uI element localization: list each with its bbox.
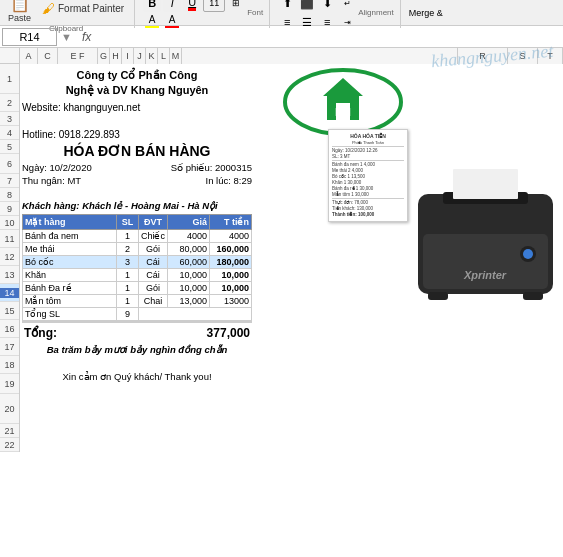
alignment-label: Alignment [358, 8, 394, 17]
receipt-subtitle: Phiếu Thanh Toán [332, 140, 404, 145]
svg-point-9 [523, 249, 533, 259]
td-sl-2: 2 [116, 242, 138, 255]
td-tt-2: 160,000 [210, 242, 252, 255]
italic-button[interactable]: I [163, 0, 181, 12]
col-g: G [98, 48, 110, 64]
website: Website: khangnguyen.net [22, 101, 252, 114]
align-bottom-btn[interactable]: ⬇ [318, 0, 336, 12]
row-19: 19 [0, 374, 19, 394]
row-4: 4 [0, 126, 19, 140]
row-9: 9 [0, 202, 19, 216]
td-dvt-6: Chai [138, 294, 167, 307]
paste-button[interactable]: 📋 Paste [4, 0, 35, 24]
kn-logo-svg: KN [283, 68, 403, 136]
td-mat-hang-2: Me thái [23, 242, 117, 255]
td-gia-4: 10,000 [168, 268, 210, 281]
td-dvt-2: Gói [138, 242, 167, 255]
app-container: 📋 Paste 🖌 Format Painter Clipboard B I [0, 0, 563, 452]
receipt-divider3 [332, 198, 404, 199]
svg-text:KN: KN [335, 106, 351, 118]
row-22: 22 [0, 438, 19, 452]
date-label: Ngày: 10/2/2020 [22, 162, 92, 173]
td-tt-5: 10,000 [210, 281, 252, 294]
table-header-row: Mặt hàng SL ĐVT Giá T tiền [23, 214, 252, 229]
table-row-selected: Bó cốc 3 Cái 60,000 180,000 [23, 255, 252, 268]
svg-rect-12 [523, 292, 543, 300]
row-1: 1 [0, 64, 19, 94]
merge-btn[interactable]: Merge & [405, 4, 447, 22]
col-t: T [538, 48, 563, 64]
col-c: C [38, 48, 58, 64]
receipt-line2: SL: 3 MT [332, 154, 404, 160]
font-size-btn: 11 [203, 0, 225, 12]
font-label: Font [247, 8, 263, 17]
alignment-section: ⬆ ⬛ ⬇ ↵ ≡ ☰ ≡ ⇥ Alignment [278, 0, 401, 31]
td-gia-5: 10,000 [168, 281, 210, 294]
align-middle-btn[interactable]: ⬛ [298, 0, 316, 12]
underline-button[interactable]: U [183, 0, 201, 12]
cell-reference[interactable]: R14 [2, 28, 57, 46]
th-t-tien: T tiền [210, 214, 252, 229]
col-m: M [170, 48, 182, 64]
logo-area: KN [278, 64, 408, 139]
th-sl: SL [116, 214, 138, 229]
col-a: A [20, 48, 38, 64]
row4-spacer [22, 114, 252, 128]
invoice-table: Mặt hàng SL ĐVT Giá T tiền Bánh đa nem 1 [22, 214, 252, 321]
td-dvt-5: Gói [138, 281, 167, 294]
td-sl-5: 1 [116, 281, 138, 294]
tong-label: Tổng: [24, 326, 57, 340]
row-14-selected: 14 [0, 284, 19, 302]
row-6: 6 [0, 154, 19, 174]
row-11: 11 [0, 230, 19, 248]
row-16: 16 [0, 320, 19, 338]
td-mat-hang-6: Mắn tôm [23, 294, 117, 307]
invoice-title: HÓA ĐƠN BÁN HÀNG [22, 141, 252, 161]
tong-sl-value: 9 [116, 307, 138, 320]
td-dvt-3: Cái [138, 255, 167, 268]
td-dvt-4: Cái [138, 268, 167, 281]
table-row: Bánh Đa rề 1 Gói 10,000 10,000 [23, 281, 252, 294]
receipt-divider2 [332, 160, 404, 161]
th-mat-hang: Mặt hàng [23, 214, 117, 229]
svg-rect-11 [428, 292, 448, 300]
td-tt-1: 4000 [210, 229, 252, 242]
format-painter-button[interactable]: 🖌 Format Painter [38, 0, 128, 18]
align-top-btn[interactable]: ⬆ [278, 0, 296, 12]
row-5: 5 [0, 140, 19, 154]
border-btn[interactable]: ⊞ [227, 0, 245, 12]
invoice-meta2: Thu ngân: MT In lúc: 8:29 [22, 174, 252, 187]
tong-value: 377,000 [207, 326, 250, 340]
td-tt-6: 13000 [210, 294, 252, 307]
merge-section: Merge & [405, 4, 447, 22]
table-row: Mắn tôm 1 Chai 13,000 13000 [23, 294, 252, 307]
row-20: 20 [0, 394, 19, 424]
font-section: B I U 11 ⊞ A [143, 0, 270, 31]
col-i: I [122, 48, 134, 64]
row-10: 10 [0, 216, 19, 230]
invoice-left: Công ty Cổ Phần CôngNghệ và DV Khang Ngu… [22, 66, 252, 383]
receipt-mockup: HÓA HÓA TIỀN Phiếu Thanh Toán Ngày: 10/2… [328, 129, 408, 222]
receipt-total3: Thành tiền: 100,000 [332, 212, 404, 218]
formula-input[interactable] [95, 28, 561, 46]
receipt-line8: Mắn tôm 1 30,000 [332, 192, 404, 198]
td-mat-hang-1: Bánh đa nem [23, 229, 117, 242]
table-row: Khăn 1 Cái 10,000 10,000 [23, 268, 252, 281]
wrap-text-btn[interactable]: ↵ [338, 0, 356, 12]
row-2: 2 [0, 94, 19, 112]
td-sl-1: 1 [116, 229, 138, 242]
receipt-divider1 [332, 146, 404, 147]
col-ef: E F [58, 48, 98, 64]
paint-icon: 🖌 [42, 1, 55, 16]
row-13: 13 [0, 266, 19, 284]
tong-sl-empty [138, 307, 251, 320]
spreadsheet: A C E F G H I J K L M R S T 1 2 3 4 5 6 [0, 48, 563, 452]
bold-button[interactable]: B [143, 0, 161, 12]
col-mid [182, 48, 458, 64]
col-h: H [110, 48, 122, 64]
customer: Khách hàng: Khách lẻ - Hoàng Mai - Hà Nộ… [22, 199, 252, 212]
row9-spacer [22, 187, 252, 199]
tong-sl-label: Tổng SL [23, 307, 117, 320]
row-17: 17 [0, 338, 19, 356]
row-3: 3 [0, 112, 19, 126]
